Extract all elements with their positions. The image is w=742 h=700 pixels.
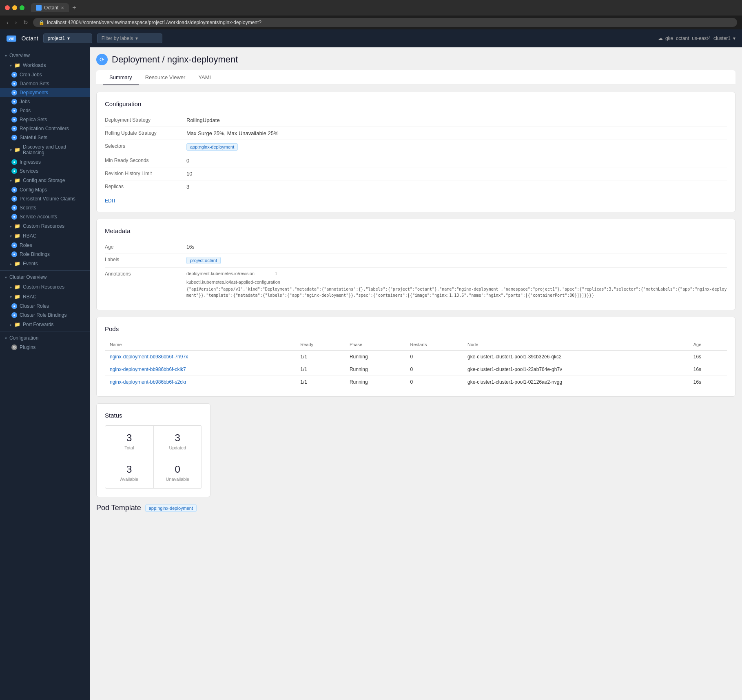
pods-table-header: Name Ready Phase Restarts Node Age xyxy=(105,339,727,351)
sidebar-item-replication-controllers[interactable]: ● Replication Controllers xyxy=(0,124,90,133)
sidebar-item-pvc[interactable]: ● Persistent Volume Claims xyxy=(0,194,90,203)
selector-tag: app:nginx-deployment xyxy=(186,143,238,151)
sidebar-item-stateful-sets[interactable]: ● Stateful Sets xyxy=(0,133,90,142)
cluster-roles-icon: ● xyxy=(11,303,17,309)
close-button[interactable] xyxy=(5,5,10,10)
tab-summary[interactable]: Summary xyxy=(103,70,139,85)
cluster-selector[interactable]: ☁ gke_octant_us-east4_cluster1 ▾ xyxy=(658,36,735,41)
pod-name-2: nginx-deployment-bb986bb6f-cklk7 xyxy=(105,363,295,376)
new-tab-button[interactable]: + xyxy=(72,4,76,11)
pod-node-3: gke-cluster1-cluster1-pool1-02126ae2-nvg… xyxy=(463,376,689,389)
sidebar-item-events[interactable]: ▸ 📁 Events xyxy=(0,259,90,269)
status-card-title: Status xyxy=(105,412,202,419)
minimize-button[interactable] xyxy=(12,5,17,10)
edit-button[interactable]: EDIT xyxy=(105,198,116,204)
sidebar-pods-label: Pods xyxy=(20,108,31,113)
plugins-icon: ⚙ xyxy=(11,344,17,350)
pod-template-header: Pod Template app:nginx-deployment xyxy=(96,504,735,512)
sidebar-item-custom-resources[interactable]: ▸ 📁 Custom Resources xyxy=(0,221,90,231)
metadata-labels-label: Labels xyxy=(105,253,186,268)
config-deployment-strategy-value: RollingUpdate xyxy=(186,114,727,127)
sidebar-item-cluster-custom-resources[interactable]: ▸ 📁 Custom Resources xyxy=(0,282,90,292)
sidebar-item-role-bindings[interactable]: ● Role Bindings xyxy=(0,250,90,259)
namespace-selector[interactable]: project1 ▾ xyxy=(43,33,92,43)
config-revision-value: 10 xyxy=(186,167,727,180)
sidebar-config-maps-label: Config Maps xyxy=(20,187,47,193)
sidebar-item-configuration[interactable]: ▾ Configuration xyxy=(0,333,90,343)
sidebar-item-overview[interactable]: ▾ Overview xyxy=(0,51,90,60)
sidebar-item-discovery[interactable]: ▾ 📁 Discovery and Load Balancing xyxy=(0,142,90,158)
fullscreen-button[interactable] xyxy=(20,5,24,10)
config-min-ready-value: 0 xyxy=(186,154,727,167)
pod-ready-1: 1/1 xyxy=(295,351,345,363)
reload-button[interactable]: ↻ xyxy=(22,18,30,27)
status-grid: 3 Total 3 Updated 3 Available 0 Unavaila… xyxy=(105,425,202,489)
tab-resource-viewer[interactable]: Resource Viewer xyxy=(139,70,192,85)
folder-icon: 📁 xyxy=(14,284,20,290)
table-row: nginx-deployment-bb986bb6f-7ri97x 1/1 Ru… xyxy=(105,351,727,363)
forward-button[interactable]: › xyxy=(13,18,19,27)
status-unavailable: 0 Unavailable xyxy=(154,457,202,488)
sidebar-item-rbac[interactable]: ▾ 📁 RBAC xyxy=(0,231,90,241)
config-rolling-update-label: Rolling Update Strategy xyxy=(105,127,186,140)
sidebar-item-jobs[interactable]: ● Jobs xyxy=(0,97,90,106)
sidebar-item-services[interactable]: ● Services xyxy=(0,167,90,176)
sidebar-item-workloads[interactable]: ▾ 📁 Workloads xyxy=(0,60,90,70)
sidebar-item-secrets[interactable]: ● Secrets xyxy=(0,203,90,212)
sidebar-item-cluster-rbac[interactable]: ▾ 📁 RBAC xyxy=(0,292,90,302)
sidebar-workloads-label: Workloads xyxy=(23,62,46,68)
filter-labels-input[interactable]: Filter by labels ▾ xyxy=(97,33,162,43)
sidebar-item-roles[interactable]: ● Roles xyxy=(0,241,90,250)
back-button[interactable]: ‹ xyxy=(5,18,10,27)
sidebar-item-service-accounts[interactable]: ● Service Accounts xyxy=(0,212,90,221)
filter-chevron-icon: ▾ xyxy=(135,36,138,41)
folder-icon: 📁 xyxy=(14,178,20,183)
pod-link-3[interactable]: nginx-deployment-bb986bb6f-s2ckr xyxy=(110,379,186,385)
chevron-down-icon: ▾ xyxy=(5,275,7,280)
pod-link-1[interactable]: nginx-deployment-bb986bb6f-7ri97x xyxy=(110,354,188,360)
sidebar-item-daemon-sets[interactable]: ● Daemon Sets xyxy=(0,79,90,88)
sidebar-item-cluster-overview[interactable]: ▾ Cluster Overview xyxy=(0,272,90,282)
app: vm Octant project1 ▾ Filter by labels ▾ … xyxy=(0,29,742,700)
sidebar-item-pods[interactable]: ● Pods xyxy=(0,106,90,115)
sidebar-item-cluster-roles[interactable]: ● Cluster Roles xyxy=(0,302,90,311)
pod-link-2[interactable]: nginx-deployment-bb986bb6f-cklk7 xyxy=(110,367,186,372)
metadata-annotations-value: deployment.kubernetes.io/revision 1 kube… xyxy=(186,268,727,302)
sidebar-cluster-role-bindings-label: Cluster Role Bindings xyxy=(20,312,66,318)
sidebar-daemon-sets-label: Daemon Sets xyxy=(20,81,49,87)
pod-template-title: Pod Template xyxy=(96,504,141,512)
browser-tab-octant[interactable]: Octant ✕ xyxy=(31,3,69,12)
cluster-chevron-icon: ▾ xyxy=(733,36,735,41)
ingresses-icon: ● xyxy=(11,159,17,165)
sidebar-divider-2 xyxy=(0,331,90,331)
tab-yaml[interactable]: YAML xyxy=(192,70,219,85)
sidebar-item-ingresses[interactable]: ● Ingresses xyxy=(0,158,90,167)
sidebar-deployments-label: Deployments xyxy=(20,90,48,96)
replica-sets-icon: ● xyxy=(11,117,17,122)
annotation-row-2: kubectl.kubernetes.io/last-applied-confi… xyxy=(186,280,727,298)
table-header-row: Name Ready Phase Restarts Node Age xyxy=(105,339,727,351)
sidebar-stateful-sets-label: Stateful Sets xyxy=(20,135,47,140)
roles-icon: ● xyxy=(11,242,17,248)
namespace-chevron-icon: ▾ xyxy=(67,36,70,41)
sidebar-roles-label: Roles xyxy=(20,242,32,248)
sidebar-item-cron-jobs[interactable]: ● Cron Jobs xyxy=(0,70,90,79)
sidebar-item-port-forwards[interactable]: ▸ 📁 Port Forwards xyxy=(0,320,90,329)
sidebar-item-cluster-role-bindings[interactable]: ● Cluster Role Bindings xyxy=(0,311,90,320)
pod-ready-2: 1/1 xyxy=(295,363,345,376)
annotation-key-1: deployment.kubernetes.io/revision xyxy=(186,271,268,276)
tab-bar: Octant ✕ + xyxy=(31,3,76,12)
configuration-table: Deployment Strategy RollingUpdate Rollin… xyxy=(105,114,727,193)
url-bar[interactable]: 🔒 localhost:4200/#/content/overview/name… xyxy=(33,18,737,27)
sidebar-item-config-maps[interactable]: ● Config Maps xyxy=(0,185,90,194)
sidebar-item-deployments[interactable]: ● Deployments xyxy=(0,88,90,97)
sidebar-services-label: Services xyxy=(20,168,38,174)
sidebar-item-replica-sets[interactable]: ● Replica Sets xyxy=(0,115,90,124)
sidebar-item-plugins[interactable]: ⚙ Plugins xyxy=(0,343,90,352)
tab-close-icon[interactable]: ✕ xyxy=(61,6,64,10)
sidebar-item-config-storage[interactable]: ▾ 📁 Config and Storage xyxy=(0,176,90,185)
status-available-value: 3 xyxy=(112,464,147,475)
pod-node-1: gke-cluster1-cluster1-pool1-39cb32e6-qkc… xyxy=(463,351,689,363)
config-rolling-update-value: Max Surge 25%, Max Unavailable 25% xyxy=(186,127,727,140)
sidebar-section-overview: ▾ Overview ▾ 📁 Workloads ● Cron Jobs ● D… xyxy=(0,51,90,269)
